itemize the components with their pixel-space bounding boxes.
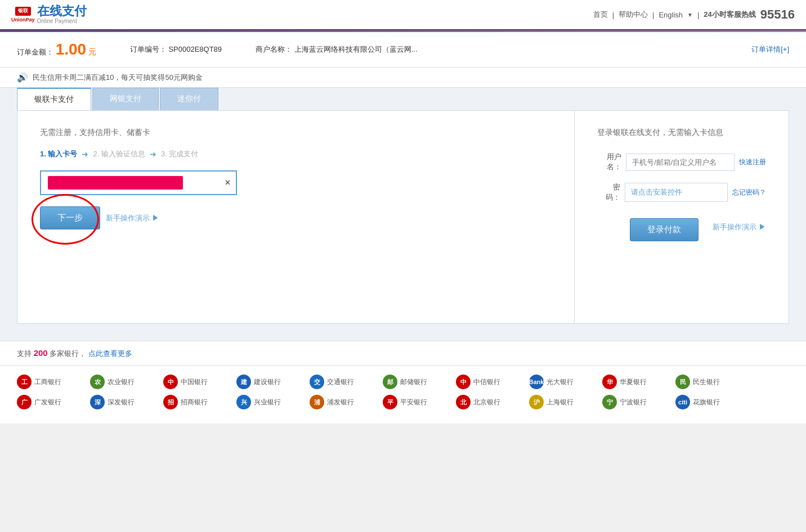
support-text-after: 多家银行， <box>50 349 86 358</box>
bank-icon: 农 <box>90 375 105 389</box>
bank-item-花旗银行[interactable]: citi 花旗银行 <box>675 395 749 409</box>
bank-item-农业银行[interactable]: 农 农业银行 <box>90 375 163 389</box>
card-input-area: × <box>40 170 552 195</box>
step3-label: 3. 完成支付 <box>161 149 198 159</box>
bank-icon: 交 <box>310 375 324 389</box>
merchant-group: 商户名称： 上海蓝云网络科技有限公司（蓝云网... <box>256 44 417 55</box>
bank-icon: 中 <box>163 375 178 389</box>
header: 银联 UnionPay 在线支付 Online Payment 首页 | 帮助中… <box>0 0 806 30</box>
bank-item-交通银行[interactable]: 交 交通银行 <box>310 375 383 389</box>
card-input-field[interactable] <box>48 176 183 190</box>
step2-label: 2. 输入验证信息 <box>93 149 145 159</box>
right-panel: 登录银联在线支付，无需输入卡信息 用户名： 快速注册 密 码： 请点击安装控件 … <box>575 111 789 323</box>
next-step-button[interactable]: 下一步 <box>40 206 100 229</box>
bank-name: 浦发银行 <box>327 398 354 407</box>
bank-icon: 华 <box>602 375 617 389</box>
order-bar: 订单金额： 1.00 元 订单编号： SP0002E8QT89 商户名称： 上海… <box>0 32 806 67</box>
bank-item-上海银行[interactable]: 沪 上海银行 <box>529 395 602 409</box>
bank-icon: 深 <box>90 395 105 409</box>
bank-name: 兴业银行 <box>254 398 281 407</box>
order-no-group: 订单编号： SP0002E8QT89 <box>130 44 222 55</box>
tab-online-banking[interactable]: 网银支付 <box>92 88 159 110</box>
payment-tabs: 银联卡支付 网银支付 迷你付 <box>17 88 789 110</box>
bank-icon: citi <box>675 395 690 409</box>
notice-icon: 🔊 <box>17 72 28 83</box>
right-demo-arrow-icon: ▶ <box>759 223 766 231</box>
bank-name: 民生银行 <box>693 377 720 387</box>
logo: 银联 UnionPay 在线支付 Online Payment <box>11 4 87 25</box>
username-input[interactable] <box>626 154 735 171</box>
bank-icon: 建 <box>236 375 251 389</box>
bank-icon: 工 <box>17 375 32 389</box>
right-demo-link[interactable]: 新手操作演示 ▶ <box>713 222 766 232</box>
nav-home[interactable]: 首页 <box>593 10 608 20</box>
bank-name: 华夏银行 <box>620 377 647 387</box>
bank-item-工商银行[interactable]: 工 工商银行 <box>17 375 90 389</box>
bank-name: 中国银行 <box>181 377 208 387</box>
bank-name: 邮储银行 <box>400 377 427 387</box>
english-dropdown-icon[interactable]: ▼ <box>687 12 693 18</box>
bank-icon: 北 <box>456 395 471 409</box>
card-input-wrapper: × <box>40 170 237 195</box>
bank-item-北京银行[interactable]: 北 北京银行 <box>456 395 529 409</box>
bank-name: 广发银行 <box>34 398 61 407</box>
logo-badge: 银联 <box>15 7 31 16</box>
bank-row-1: 工 工商银行 农 农业银行 中 中国银行 建 建设银行 交 交通银行 邮 邮储银… <box>17 375 789 389</box>
bank-item-华夏银行[interactable]: 华 华夏银行 <box>602 375 675 389</box>
bank-item-广发银行[interactable]: 广 广发银行 <box>17 395 90 409</box>
bank-name: 平安银行 <box>400 398 427 407</box>
step1-arrow-icon: ➜ <box>82 150 88 159</box>
bank-item-招商银行[interactable]: 招 招商银行 <box>163 395 236 409</box>
demo-arrow-icon: ▶ <box>152 214 159 222</box>
bank-item-中信银行[interactable]: 中 中信银行 <box>456 375 529 389</box>
login-button[interactable]: 登录付款 <box>630 218 698 241</box>
bank-icon: 宁 <box>602 395 617 409</box>
bank-item-浦发银行[interactable]: 浦 浦发银行 <box>310 395 383 409</box>
register-link[interactable]: 快速注册 <box>739 157 766 167</box>
card-clear-button[interactable]: × <box>225 178 230 188</box>
hotline-label: 24小时客服热线 <box>704 10 755 20</box>
bank-item-邮储银行[interactable]: 邮 邮储银行 <box>383 375 456 389</box>
bank-item-建设银行[interactable]: 建 建设银行 <box>236 375 310 389</box>
order-amount-label: 订单金额： <box>17 48 53 56</box>
logo-sub-text: Online Payment <box>37 18 87 25</box>
left-panel-subtitle: 无需注册，支持信用卡、储蓄卡 <box>40 128 552 138</box>
bank-item-兴业银行[interactable]: 兴 兴业银行 <box>236 395 310 409</box>
bank-name: 北京银行 <box>473 398 500 407</box>
nav-help[interactable]: 帮助中心 <box>619 10 648 20</box>
bank-icon: 中 <box>456 375 471 389</box>
bank-icon: 浦 <box>310 395 324 409</box>
bank-item-中国银行[interactable]: 中 中国银行 <box>163 375 236 389</box>
bank-item-民生银行[interactable]: 民 民生银行 <box>675 375 749 389</box>
order-no-value: SP0002E8QT89 <box>168 45 222 53</box>
install-control-link[interactable]: 请点击安装控件 <box>631 187 682 197</box>
order-amount-unit: 元 <box>88 47 96 56</box>
bank-name: 中信银行 <box>473 377 500 387</box>
logo-unionpay-text: UnionPay <box>11 17 35 22</box>
bank-name: 宁波银行 <box>620 398 647 407</box>
order-amount-group: 订单金额： 1.00 元 <box>17 40 96 58</box>
tab-mini-pay[interactable]: 迷你付 <box>160 88 218 110</box>
bank-name: 农业银行 <box>108 377 135 387</box>
nav-english[interactable]: English <box>659 11 683 19</box>
bank-row-2: 广 广发银行 深 深发银行 招 招商银行 兴 兴业银行 浦 浦发银行 平 平安银… <box>17 395 789 409</box>
password-label: 密 码： <box>597 182 620 202</box>
order-detail-link[interactable]: 订单详情[+] <box>751 44 789 55</box>
login-title: 登录银联在线支付，无需输入卡信息 <box>597 128 766 138</box>
left-demo-link[interactable]: 新手操作演示 ▶ <box>106 213 159 223</box>
step1-label: 1. 输入卡号 <box>40 149 77 159</box>
bank-icon: 招 <box>163 395 178 409</box>
notice-bar: 🔊 民生信用卡周二满百减10，每天可抽奖得50元网购金 <box>0 67 806 88</box>
bank-item-平安银行[interactable]: 平 平安银行 <box>383 395 456 409</box>
bank-item-深发银行[interactable]: 深 深发银行 <box>90 395 163 409</box>
bank-item-光大银行[interactable]: Bank 光大银行 <box>529 375 602 389</box>
bank-name: 深发银行 <box>108 398 135 407</box>
tab-unionpay-card[interactable]: 银联卡支付 <box>17 88 91 110</box>
step2-arrow-icon: ➜ <box>150 150 156 159</box>
bank-icon: Bank <box>529 375 544 389</box>
bank-item-宁波银行[interactable]: 宁 宁波银行 <box>602 395 675 409</box>
forgot-password-link[interactable]: 忘记密码？ <box>732 188 766 197</box>
view-more-banks-link[interactable]: 点此查看更多 <box>88 349 132 358</box>
password-input[interactable]: 请点击安装控件 <box>625 183 728 202</box>
bank-name: 工商银行 <box>34 377 61 387</box>
